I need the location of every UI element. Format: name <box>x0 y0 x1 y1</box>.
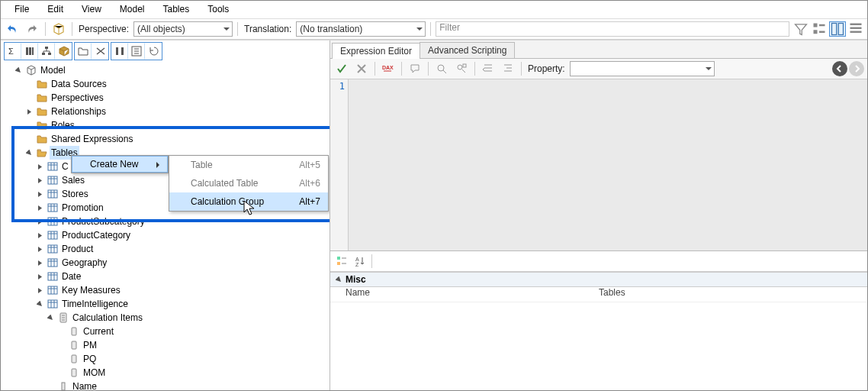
tree-node-table[interactable]: ProductCategory <box>60 228 132 242</box>
tree-node-relationships[interactable]: Relationships <box>50 105 108 118</box>
tree-node-table[interactable]: Date <box>60 270 82 283</box>
folder-icon <box>36 133 48 145</box>
expander-icon[interactable] <box>34 257 45 268</box>
table-icon <box>47 257 59 269</box>
tree-node-perspectives[interactable]: Perspectives <box>50 91 105 105</box>
find-icon[interactable] <box>433 60 450 77</box>
menu-view[interactable]: View <box>72 2 111 16</box>
submenu-calculation-group[interactable]: Calculation GroupAlt+7 <box>169 192 328 211</box>
toggle-measures-icon[interactable]: Σ <box>5 43 21 60</box>
undo-button[interactable] <box>4 21 21 37</box>
toggle-partitions-icon[interactable] <box>55 43 72 60</box>
tree-node-calcitems[interactable]: Calculation Items <box>71 311 144 325</box>
pg-prop-value[interactable]: Tables <box>599 287 867 302</box>
tab-expression-editor[interactable]: Expression Editor <box>332 43 420 59</box>
toggle-hidden-icon[interactable] <box>92 43 108 60</box>
tab-advanced-scripting[interactable]: Advanced Scripting <box>420 42 515 58</box>
pg-row-name[interactable]: Name Tables <box>330 287 867 302</box>
view-tree-button[interactable] <box>811 21 828 37</box>
tree-node-calcitem[interactable]: Current <box>82 325 115 338</box>
editor-code-area[interactable] <box>349 79 867 250</box>
expander-icon[interactable] <box>34 285 45 296</box>
cancel-icon[interactable] <box>353 60 370 77</box>
filter-icon[interactable] <box>792 21 809 37</box>
expression-editor[interactable]: 1 <box>330 79 867 251</box>
tree-node-table[interactable]: Geography <box>60 256 108 270</box>
expander-icon[interactable] <box>34 244 45 254</box>
expander-icon[interactable] <box>34 189 45 199</box>
view-split-button[interactable] <box>829 21 846 37</box>
perspective-combo[interactable]: (All objects) <box>133 21 233 37</box>
toggle-sort-icon[interactable] <box>128 43 145 60</box>
expander-icon[interactable] <box>34 230 45 241</box>
expander-icon[interactable] <box>45 312 56 323</box>
toggle-columns-icon[interactable] <box>21 43 38 60</box>
tree-node-roles[interactable]: Roles <box>50 118 76 132</box>
tree-node-calcitem[interactable]: MOM <box>82 366 107 380</box>
alphabetical-view-icon[interactable]: AZ <box>352 253 368 270</box>
expander-icon[interactable] <box>34 161 45 172</box>
expander-icon[interactable] <box>333 274 344 285</box>
tree-node-model[interactable]: Model <box>39 63 67 77</box>
svg-text:DAX: DAX <box>382 65 394 70</box>
cube-icon[interactable] <box>50 21 67 37</box>
view-list-button[interactable] <box>847 21 864 37</box>
tree-node-table[interactable]: C <box>60 160 70 173</box>
menu-edit[interactable]: Edit <box>38 2 72 16</box>
tree-node-table[interactable]: Stores <box>60 187 90 201</box>
categorized-view-icon[interactable] <box>333 253 350 270</box>
tree-node-datasources[interactable]: Data Sources <box>50 77 108 91</box>
nav-back-button[interactable] <box>832 61 847 76</box>
pg-category-misc[interactable]: Misc <box>330 272 867 287</box>
expander-icon[interactable] <box>34 271 45 282</box>
filter-input[interactable]: Filter <box>436 21 789 37</box>
svg-rect-12 <box>48 53 51 55</box>
expander-icon[interactable] <box>34 202 45 213</box>
toggle-hierarchies-icon[interactable] <box>38 43 55 60</box>
model-icon <box>25 64 37 76</box>
nav-forward-button[interactable] <box>849 61 864 76</box>
svg-rect-25 <box>48 286 57 294</box>
comment-icon[interactable] <box>407 60 423 77</box>
tree-node-table[interactable]: Key Measures <box>60 283 122 297</box>
toggle-relationships-icon[interactable] <box>111 43 128 60</box>
expander-icon[interactable] <box>24 106 34 117</box>
submenu-calculated-table[interactable]: Calculated TableAlt+6 <box>169 174 328 192</box>
svg-rect-4 <box>832 24 837 35</box>
editor-gutter: 1 <box>330 79 349 250</box>
indent-out-icon[interactable] <box>480 60 497 77</box>
tree-node-table[interactable]: Product <box>60 242 95 256</box>
expander-icon[interactable] <box>34 299 45 309</box>
expander-icon[interactable] <box>13 65 24 76</box>
chevron-right-icon <box>156 162 162 168</box>
property-label: Property: <box>526 63 567 74</box>
dax-format-icon[interactable]: DAX <box>380 60 397 77</box>
tree-node-timeintel[interactable]: TimeIntelligence <box>60 297 130 311</box>
menu-model[interactable]: Model <box>111 2 154 16</box>
indent-in-icon[interactable] <box>500 60 516 77</box>
tree-node-table[interactable]: Sales <box>60 173 86 187</box>
redo-button[interactable] <box>24 21 40 37</box>
property-combo[interactable] <box>570 61 715 76</box>
menu-file[interactable]: File <box>5 2 38 16</box>
expander-icon[interactable] <box>24 147 34 158</box>
tree-node-calcitem[interactable]: PM <box>82 338 98 352</box>
replace-icon[interactable] <box>453 60 470 77</box>
menu-tables[interactable]: Tables <box>154 2 199 16</box>
tree-node-calcitem[interactable]: PQ <box>82 352 98 366</box>
ctx-create-new[interactable]: Create New <box>72 156 168 173</box>
toggle-refresh-icon[interactable] <box>145 43 162 60</box>
tree-node-table[interactable]: ProductSubcategory <box>60 215 146 228</box>
submenu-table[interactable]: TableAlt+5 <box>169 156 328 174</box>
expander-icon[interactable] <box>34 216 45 227</box>
tree-node-name-col[interactable]: Name <box>71 380 98 390</box>
toggle-folders-icon[interactable] <box>75 43 92 60</box>
accept-icon[interactable] <box>333 60 350 77</box>
expander-icon[interactable] <box>34 175 45 186</box>
tree-node-table[interactable]: Promotion <box>60 201 105 215</box>
tree-node-sharedexpr[interactable]: Shared Expressions <box>50 132 134 146</box>
model-tree[interactable]: Model Data Sources Perspectives Relation… <box>1 62 330 390</box>
translation-combo[interactable]: (No translation) <box>296 21 426 37</box>
menu-tools[interactable]: Tools <box>198 2 238 16</box>
property-grid[interactable]: Misc Name Tables <box>330 272 867 390</box>
